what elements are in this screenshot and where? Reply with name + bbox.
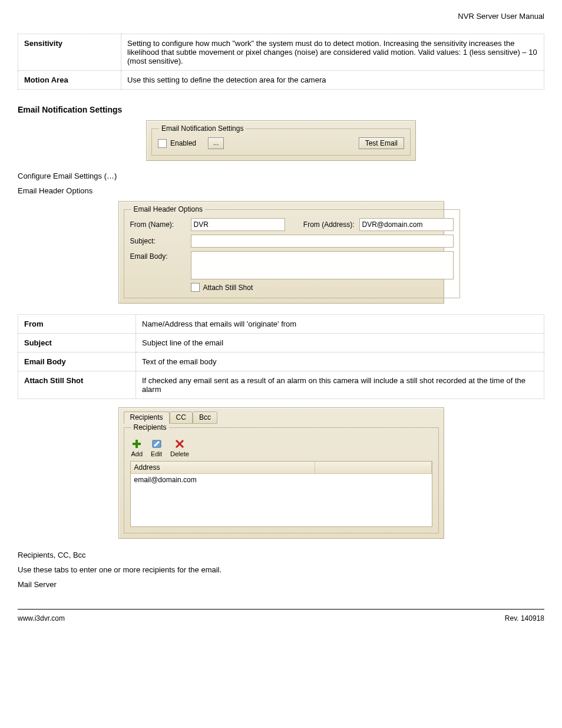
settings-table-1: Sensitivity Setting to configure how muc… [18, 34, 544, 90]
recipients-heading: Recipients, CC, Bcc [18, 551, 544, 559]
recipients-list[interactable]: Address email@domain.com [130, 461, 432, 527]
delete-recipient-button[interactable]: Delete [170, 439, 189, 457]
email-body-textarea[interactable] [191, 251, 454, 279]
row-desc: Subject line of the email [136, 334, 544, 353]
document-title: NVR Server User Manual [18, 12, 544, 21]
configure-email-button[interactable]: ... [208, 137, 224, 149]
row-label: Motion Area [18, 71, 121, 90]
recipients-tabbar: Recipients CC Bcc [124, 411, 439, 424]
add-recipient-button[interactable]: Add [131, 439, 143, 457]
email-header-panel: Email Header Options From (Name): From (… [118, 201, 444, 304]
fieldset-legend: Email Header Options [131, 205, 205, 213]
email-notify-panel: Email Notification Settings Enabled ... … [146, 120, 416, 161]
delete-icon [174, 439, 185, 449]
row-desc: Use this setting to define the detection… [121, 71, 544, 90]
footer-right: Rev. 140918 [505, 614, 544, 622]
row-desc: Text of the email body [136, 353, 544, 371]
column-address: Address [131, 462, 315, 473]
footer-left: www.i3dvr.com [18, 614, 65, 622]
row-label: Attach Still Shot [18, 371, 136, 399]
plus-icon [131, 439, 142, 449]
list-header: Address [131, 462, 432, 474]
subject-label: Subject: [130, 237, 186, 245]
table-row: Motion Area Use this setting to define t… [18, 71, 544, 90]
from-name-label: From (Name): [130, 220, 186, 229]
row-label: Sensitivity [18, 34, 121, 71]
email-body-label: Email Body: [130, 251, 186, 261]
recipients-panel: Recipients CC Bcc Recipients Add Edit [118, 407, 444, 539]
attach-still-shot-checkbox[interactable] [191, 283, 200, 292]
enabled-label: Enabled [170, 139, 196, 147]
row-label: From [18, 315, 136, 334]
from-name-input[interactable] [191, 218, 285, 231]
section-header-options: Email Header Options [18, 186, 544, 195]
table-row: Attach Still Shot If checked any email s… [18, 371, 544, 399]
settings-table-2: From Name/Address that emails will 'orig… [18, 314, 544, 399]
row-label: Subject [18, 334, 136, 353]
edit-icon [151, 439, 162, 449]
tab-recipients[interactable]: Recipients [124, 411, 170, 424]
table-row: Sensitivity Setting to configure how muc… [18, 34, 544, 71]
row-label: Email Body [18, 353, 136, 371]
page-footer: www.i3dvr.com Rev. 140918 [18, 614, 544, 622]
recipients-toolbar: Add Edit Delete [130, 436, 432, 461]
row-desc: Setting to configure how much "work" the… [121, 34, 544, 71]
mail-server-heading: Mail Server [18, 580, 544, 589]
from-address-input[interactable] [359, 218, 454, 231]
edit-recipient-button[interactable]: Edit [151, 439, 162, 457]
enabled-checkbox[interactable] [158, 139, 167, 148]
table-row: Email Body Text of the email body [18, 353, 544, 371]
list-item[interactable]: email@domain.com [131, 474, 432, 486]
test-email-button[interactable]: Test Email [359, 137, 404, 149]
table-row: Subject Subject line of the email [18, 334, 544, 353]
from-address-label: From (Address): [290, 220, 355, 229]
fieldset-legend: Email Notification Settings [159, 124, 246, 133]
row-desc: Name/Address that emails will 'originate… [136, 315, 544, 334]
tab-bcc[interactable]: Bcc [193, 411, 217, 424]
subject-input[interactable] [191, 235, 454, 248]
page-rule [18, 609, 544, 610]
section-email-notify: Email Notification Settings [18, 105, 544, 114]
table-row: From Name/Address that emails will 'orig… [18, 315, 544, 334]
fieldset-legend: Recipients [131, 423, 169, 431]
tab-cc[interactable]: CC [170, 411, 193, 424]
attach-still-shot-label: Attach Still Shot [203, 284, 253, 292]
section-configure-email: Configure Email Settings (…) [18, 172, 544, 180]
recipients-description: Use these tabs to enter one or more reci… [18, 565, 544, 574]
row-desc: If checked any email sent as a result of… [136, 371, 544, 399]
